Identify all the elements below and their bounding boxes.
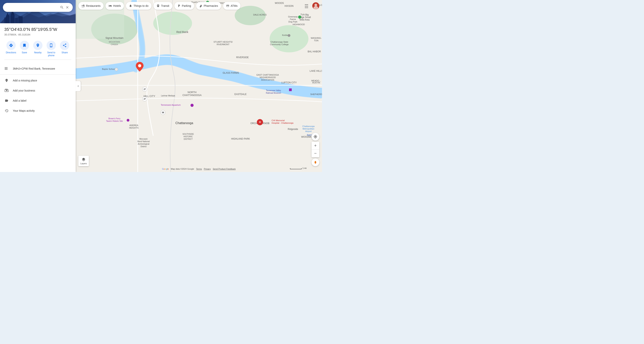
collapse-sidebar-button[interactable] [76,81,81,91]
nav-chip-hotels[interactable]: Hotels [106,2,124,10]
add-business-item[interactable]: Add your business [0,86,76,96]
svg-point-91 [298,16,301,18]
add-label-item[interactable]: Add a label [0,96,76,106]
parking-label: Parking [182,4,191,7]
svg-text:Tennessee Valley: Tennessee Valley [266,90,281,92]
svg-text:Dog Park: Dog Park [288,20,297,23]
nav-chip-atms[interactable]: ATMs [223,2,241,10]
list-section: 3MHJ+CPW Red Bank, Tennessee Add a missi… [0,64,76,116]
zoom-in-button[interactable]: + [312,142,319,150]
place-title: 35°O4'43.0"N 85°19'05.5"W [4,27,72,32]
map-privacy-link[interactable]: Privacy [204,168,211,170]
svg-text:HEIGHTS: HEIGHTS [129,126,139,129]
sidebar: 35°04'43.0"N 85°19'05.5"W 35°O4'43.0"N 8… [0,0,76,172]
svg-text:Red Bank: Red Bank [176,30,188,34]
search-input[interactable]: 35°04'43.0"N 85°19'05.5"W [6,6,59,9]
svg-text:NORTH: NORTH [188,91,196,94]
zoom-out-button[interactable]: − [312,150,319,157]
svg-text:Tennessee Aquarium: Tennessee Aquarium [161,104,181,106]
map-attribution: Google Map data ©2024 Google Terms Priva… [162,168,236,170]
svg-point-53 [127,119,130,122]
nav-chip-restaurants[interactable]: Restaurants [78,2,104,10]
svg-text:Moccasin: Moccasin [140,138,148,140]
svg-text:H: H [259,121,261,124]
nav-chip-transit[interactable]: Transit [154,2,172,10]
svg-text:Farms: Farms [290,18,296,20]
svg-text:LUPTON CITY: LUPTON CITY [281,81,296,84]
nav-chip-pharmacies[interactable]: Pharmacies [196,2,221,10]
svg-text:Tavern Historic Site: Tavern Historic Site [106,120,123,122]
svg-text:LAKE HILLS: LAKE HILLS [310,70,322,72]
place-coordinates: 35.078604, -85.318184 [4,33,72,36]
label-icon [4,98,9,103]
maps-activity-item[interactable]: Your Maps activity [0,106,76,116]
svg-text:GLASS FARMS: GLASS FARMS [223,72,239,74]
plus-code-item[interactable]: 3MHJ+CPW Red Bank, Tennessee [0,64,76,74]
svg-text:HISTORIC: HISTORIC [184,136,193,138]
grid-icon [4,66,9,71]
map-zoom-controls: + − [312,133,319,166]
sidebar-header-image: 35°04'43.0"N 85°19'05.5"W [0,0,76,23]
map-area[interactable]: 27 27 58 Signal Mountain MOUNTAIN CREEK … [76,0,322,172]
add-missing-place-text: Add a missing place [13,79,37,82]
things-to-do-label: Things to do [134,4,148,7]
apps-grid-button[interactable] [302,2,310,10]
svg-text:Chattanooga: Chattanooga [175,122,193,125]
actions-row: Directions Save Nearby Send tophone [4,39,72,60]
map-terms-link[interactable]: Terms [196,168,202,170]
add-missing-place-item[interactable]: Add a missing place [0,76,76,86]
svg-text:Kordsa: Kordsa [282,34,288,36]
close-icon[interactable] [64,5,70,10]
svg-text:CHATTANOOGA: CHATTANOOGA [182,94,202,96]
svg-text:MOUNTAIN: MOUNTAIN [109,41,120,43]
svg-text:District: District [141,146,147,148]
nav-chip-things-to-do[interactable]: Things to do [126,2,152,10]
share-button[interactable]: Share [59,41,70,54]
pegman-button[interactable] [312,158,319,166]
pharmacies-label: Pharmacies [204,4,218,7]
add-label-text: Add a label [13,99,26,102]
nearby-label: Nearby [34,51,42,54]
search-icon[interactable] [59,5,64,10]
svg-text:HIGHLAND PARK: HIGHLAND PARK [231,138,250,140]
search-bar: 35°04'43.0"N 85°19'05.5"W [3,3,73,12]
nav-chip-parking[interactable]: Parking [174,2,194,10]
svg-text:ANDREA: ANDREA [130,124,138,126]
my-location-button[interactable] [312,133,319,140]
save-button[interactable]: Save [18,41,30,54]
svg-text:27: 27 [144,88,146,90]
svg-text:Greenway: Greenway [288,16,298,18]
user-avatar[interactable] [312,2,319,9]
svg-text:DISTRICT: DISTRICT [184,138,192,140]
atms-label: ATMs [231,4,238,7]
svg-text:ASSOCIATION: ASSOCIATION [261,79,274,81]
svg-point-13 [270,25,308,52]
svg-rect-3 [4,18,6,23]
svg-text:BAL HABOR: BAL HABOR [308,50,321,53]
layers-label: Layers [80,162,87,165]
svg-text:MEADO...: MEADO... [311,80,321,82]
directions-label: Directions [6,51,16,54]
svg-text:Airport: Airport [305,130,312,132]
map-feedback-link[interactable]: Send Product Feedback [213,168,236,170]
svg-text:RIVERMONT: RIVERMONT [217,43,230,46]
transit-label: Transit [161,4,169,7]
svg-text:EAST CHATTANOOGA: EAST CHATTANOOGA [257,74,279,76]
directions-button[interactable]: Directions [5,41,17,54]
send-to-phone-button[interactable]: Send tophone [46,41,57,57]
svg-text:SHEPHERD: SHEPHERD [310,93,322,96]
nearby-button[interactable]: Nearby [32,41,44,54]
history-icon [4,108,9,113]
svg-text:Baylor School: Baylor School [102,68,115,70]
plus-code-text: 3MHJ+CPW Red Bank, Tennessee [13,67,55,70]
svg-text:Ridgeside: Ridgeside [288,128,298,130]
hotels-label: Hotels [113,4,121,7]
svg-text:DALE ACRES: DALE ACRES [253,14,266,16]
layers-button[interactable]: Layers [78,156,89,166]
svg-point-43 [115,68,118,71]
svg-rect-6 [18,16,23,23]
svg-text:Hospital - Chattanooga: Hospital - Chattanooga [272,122,294,124]
svg-text:SOUTHSIDE: SOUTHSIDE [182,133,194,135]
add-business-text: Add your business [13,89,35,92]
svg-point-101 [314,4,317,6]
